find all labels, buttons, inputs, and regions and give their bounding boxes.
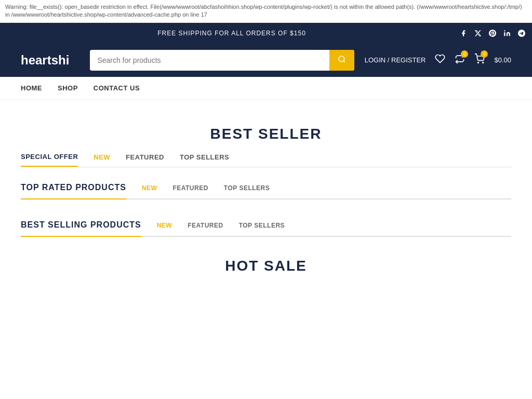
best-seller-tabs: SPECIAL OFFER NEW FEATURED TOP SELLERS	[21, 153, 511, 167]
best-seller-title: BEST SELLER	[21, 126, 511, 142]
facebook-icon[interactable]	[458, 28, 469, 38]
main-content: BEST SELLER SPECIAL OFFER NEW FEATURED T…	[0, 100, 532, 305]
warning-text: Warning: file__exists(): open_basedir re…	[5, 4, 522, 18]
wishlist-button[interactable]	[435, 54, 445, 66]
tab-new-tr[interactable]: NEW	[142, 184, 157, 198]
svg-point-4	[483, 62, 484, 63]
compare-badge: 0	[461, 50, 468, 58]
logo[interactable]: heartshi	[21, 53, 69, 68]
social-icons	[458, 28, 527, 38]
best-selling-title: BEST SELLING PRODUCTS	[21, 220, 141, 237]
tab-special-offer[interactable]: SPECIAL OFFER	[21, 153, 78, 167]
warning-bar: Warning: file__exists(): open_basedir re…	[0, 0, 532, 23]
login-link[interactable]: LOGIN / REGISTER	[365, 56, 426, 64]
nav-shop[interactable]: SHOP	[58, 77, 78, 99]
search-button[interactable]	[329, 50, 354, 71]
nav-contact[interactable]: CONTACT US	[94, 77, 140, 99]
search-input[interactable]	[90, 51, 329, 70]
svg-point-3	[478, 62, 479, 63]
cart-button[interactable]: 0	[474, 54, 485, 66]
linkedin-icon[interactable]	[502, 28, 512, 38]
tab-top-sellers-tr[interactable]: TOP SELLERS	[224, 184, 270, 198]
tab-featured-tr[interactable]: FEATURED	[172, 184, 208, 198]
promo-bar: FREE SHIPPING FOR ALL ORDERS OF $150	[0, 23, 532, 44]
cart-total[interactable]: $0.00	[494, 56, 511, 64]
compare-button[interactable]: 0	[455, 54, 465, 66]
top-rated-title: TOP RATED PRODUCTS	[21, 183, 126, 200]
svg-point-1	[339, 56, 344, 62]
tab-top-sellers-bs[interactable]: TOP SELLERS	[180, 153, 229, 166]
header: heartshi LOGIN / REGISTER 0 0 $0.00	[0, 44, 532, 77]
tab-new-bsp[interactable]: NEW	[157, 222, 172, 235]
top-rated-section: TOP RATED PRODUCTS NEW FEATURED TOP SELL…	[21, 183, 511, 200]
svg-point-0	[504, 30, 505, 31]
hot-sale-title: HOT SALE	[21, 258, 511, 274]
best-seller-tab-list: SPECIAL OFFER NEW FEATURED TOP SELLERS	[21, 153, 511, 167]
best-selling-section: BEST SELLING PRODUCTS NEW FEATURED TOP S…	[21, 220, 511, 237]
svg-line-2	[343, 61, 345, 62]
twitter-icon[interactable]	[473, 28, 483, 38]
cart-badge: 0	[481, 50, 488, 58]
telegram-icon[interactable]	[516, 28, 527, 38]
tab-featured-bsp[interactable]: FEATURED	[188, 222, 223, 235]
tab-top-sellers-bsp[interactable]: TOP SELLERS	[239, 222, 285, 235]
main-nav: HOME SHOP CONTACT US	[0, 77, 532, 100]
pinterest-icon[interactable]	[487, 28, 498, 38]
search-bar	[90, 50, 354, 71]
promo-text: FREE SHIPPING FOR ALL ORDERS OF $150	[5, 30, 458, 37]
tab-new-bs[interactable]: NEW	[94, 153, 110, 166]
tab-featured-bs[interactable]: FEATURED	[126, 153, 164, 166]
header-actions: LOGIN / REGISTER 0 0 $0.00	[365, 54, 511, 66]
nav-home[interactable]: HOME	[21, 77, 42, 99]
